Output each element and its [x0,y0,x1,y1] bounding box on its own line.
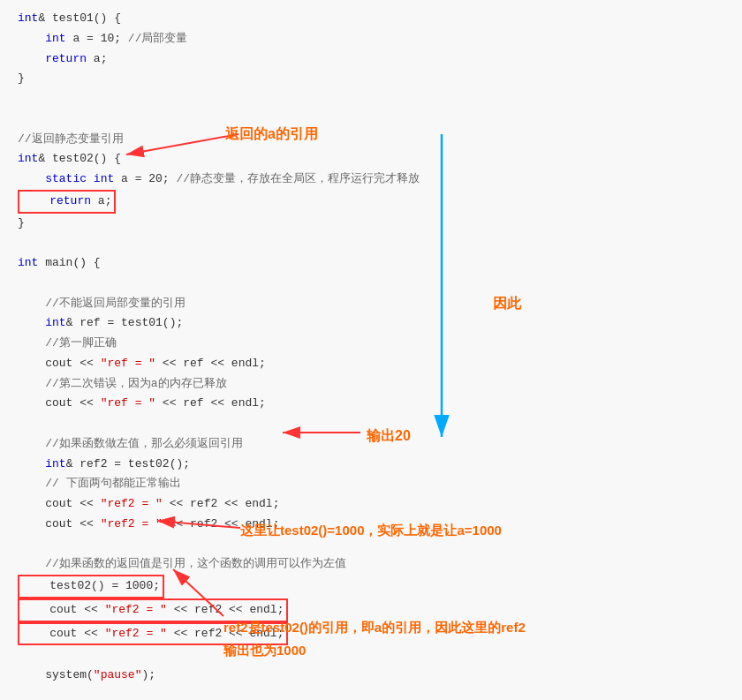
code-line: cout << "ref = " << ref << endl; [18,354,724,374]
annotation-therefore: 因此 [493,291,521,315]
code-line: //第一脚正确 [18,334,724,354]
code-line: //返回静态变量引用 [18,130,724,150]
annotation-ref2-note: ref2是test02()的引用，即a的引用，因此这里的ref2 输出也为100… [223,616,526,661]
code-line: cout << "ref = " << ref << endl; [18,394,724,414]
code-line: } [18,69,724,89]
annotation-return-ref: 返回的a的引用 [225,122,318,146]
code-line: static int a = 20; //静态变量，存放在全局区，程序运行完才释… [18,169,724,190]
code-line [18,274,724,294]
annotation-test02-1000: 这里让test02()=1000，实际上就是让a=1000 [240,519,502,542]
code-line: int& test01() { [18,9,724,29]
code-line: return a; [18,49,724,70]
code-line: int main() { [18,253,724,274]
code-line: system("pause"); [18,666,724,686]
code-line: cout << "ref2 = " << ref2 << endl; [18,494,724,515]
code-line: //如果函数的返回值是引用，这个函数的调用可以作为左值 [18,554,724,575]
code-container: int& test01() { int a = 10; //局部变量 retur… [18,9,724,700]
code-line: // 下面两句都能正常输出 [18,474,724,494]
code-line: return a; [18,190,724,214]
code-line: int& ref = test01(); [18,313,724,334]
code-line: //第二次错误，因为a的内存已释放 [18,374,724,395]
code-area: int& test01() { int a = 10; //局部变量 retur… [0,0,742,700]
code-line [18,109,724,130]
code-line: } [18,214,724,234]
code-line: int& test02() { [18,149,724,169]
code-line [18,686,724,700]
code-line [18,233,724,253]
annotation-output20: 输出20 [367,424,411,448]
code-line: int a = 10; //局部变量 [18,29,724,49]
code-line: //不能返回局部变量的引用 [18,294,724,314]
code-line: int& ref2 = test02(); [18,455,724,475]
code-line [18,89,724,109]
code-line: test02() = 1000; [18,575,724,598]
